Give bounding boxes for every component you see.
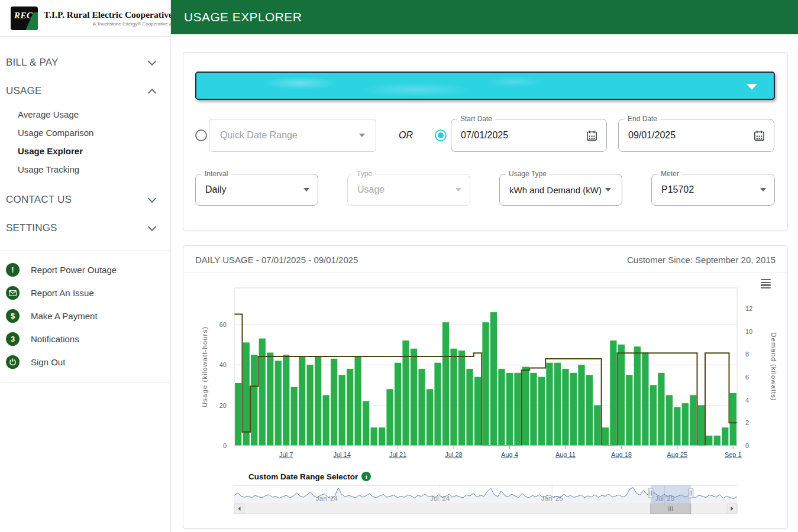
app-root: REC T.I.P. Rural Electric Cooperative A … xyxy=(0,0,798,532)
sidebar-item-usage[interactable]: USAGE xyxy=(0,77,170,105)
calendar-icon[interactable] xyxy=(753,129,765,142)
end-date-field[interactable]: End Date 09/01/2025 xyxy=(618,119,774,152)
report-an-issue-button[interactable]: Report An Issue xyxy=(0,281,170,304)
dollar-icon: $ xyxy=(6,309,20,323)
svg-text:20: 20 xyxy=(219,402,227,409)
navigator-scrollbar-thumb[interactable] xyxy=(651,504,691,514)
chart-menu-icon[interactable] xyxy=(761,279,771,290)
or-label: OR xyxy=(399,130,413,141)
dropdown-arrow-icon xyxy=(747,84,757,90)
sidebar-actions: ! Report Power Outage Report An Issue $ … xyxy=(0,251,170,382)
sidebar-item-usage-tracking[interactable]: Usage Tracking xyxy=(18,160,170,179)
chart-area: 0204060024681012Jul 7Jul 14Jul 21Jul 28A… xyxy=(183,273,787,515)
coop-name: T.I.P. Rural Electric Cooperative xyxy=(44,9,173,20)
svg-text:4: 4 xyxy=(745,397,749,404)
report-power-outage-button[interactable]: ! Report Power Outage xyxy=(0,258,170,281)
account-selector-dropdown[interactable] xyxy=(195,72,775,100)
sidebar: REC T.I.P. Rural Electric Cooperative A … xyxy=(0,0,171,532)
select-caret-icon xyxy=(303,188,309,192)
customer-since-label: Customer Since: September 20, 2015 xyxy=(627,255,776,265)
svg-text:0: 0 xyxy=(223,442,227,449)
main-area: USAGE EXPLORER Quick Date Range OR xyxy=(171,0,798,532)
navigator-selection xyxy=(651,485,691,503)
svg-text:Sep 1: Sep 1 xyxy=(725,451,742,458)
sidebar-item-bill-and-pay[interactable]: BILL & PAY xyxy=(0,48,170,77)
navigator-label-row: Custom Date Range Selector i xyxy=(248,472,787,481)
interval-select[interactable]: Interval Daily xyxy=(195,174,318,206)
usage-bars xyxy=(235,312,736,446)
sign-out-button[interactable]: Sign Out xyxy=(0,351,170,374)
svg-text:Aug 25: Aug 25 xyxy=(667,451,687,458)
svg-text:0: 0 xyxy=(745,442,749,449)
sidebar-item-average-usage[interactable]: Average Usage xyxy=(18,105,170,124)
page-header: USAGE EXPLORER xyxy=(171,0,798,34)
svg-text:Jul 14: Jul 14 xyxy=(333,451,350,458)
sidebar-item-usage-comparison[interactable]: Usage Comparison xyxy=(18,124,170,142)
sidebar-item-usage-explorer[interactable]: Usage Explorer xyxy=(18,142,170,160)
usage-demand-chart[interactable]: 0204060024681012Jul 7Jul 14Jul 21Jul 28A… xyxy=(183,285,786,463)
redacted-account-text xyxy=(196,73,774,99)
svg-text:Jul 7: Jul 7 xyxy=(279,451,293,458)
chevron-down-icon xyxy=(148,57,156,66)
navigator-handle[interactable] xyxy=(689,488,693,498)
quick-date-range-select[interactable]: Quick Date Range xyxy=(209,119,376,152)
sidebar-nav: BILL & PAY USAGE Average Usage Usage Com… xyxy=(0,37,170,242)
svg-text:40: 40 xyxy=(219,361,227,368)
start-date-field[interactable]: Start Date 07/01/2025 xyxy=(451,119,607,152)
rec-logo-text: REC xyxy=(14,11,33,21)
custom-date-range-radio[interactable] xyxy=(435,129,447,141)
sidebar-item-settings[interactable]: SETTINGS xyxy=(0,214,170,242)
exclamation-icon: ! xyxy=(6,263,20,277)
svg-text:10: 10 xyxy=(745,328,752,335)
daily-usage-card: DAILY USAGE - 07/01/2025 - 09/01/2025 Cu… xyxy=(183,245,788,529)
svg-text:2: 2 xyxy=(745,419,749,426)
chevron-up-icon xyxy=(148,89,156,97)
svg-text:Usage (kilowatt-hours): Usage (kilowatt-hours) xyxy=(201,326,208,407)
usage-submenu: Average Usage Usage Comparison Usage Exp… xyxy=(0,105,170,186)
meter-select[interactable]: Meter P15702 xyxy=(651,174,775,206)
rec-logo-badge: REC xyxy=(11,7,38,30)
svg-text:60: 60 xyxy=(219,321,227,328)
svg-text:12: 12 xyxy=(745,305,752,312)
sidebar-item-contact-us[interactable]: CONTACT US xyxy=(0,186,170,214)
select-caret-icon xyxy=(760,188,766,192)
coop-logo: REC T.I.P. Rural Electric Cooperative A … xyxy=(0,0,170,37)
navigator-label: Custom Date Range Selector xyxy=(248,472,358,481)
type-select-disabled: Type Usage xyxy=(347,174,470,206)
svg-text:Aug 4: Aug 4 xyxy=(501,451,518,458)
svg-text:Jul 28: Jul 28 xyxy=(445,451,462,458)
power-icon xyxy=(6,355,20,369)
chart-title: DAILY USAGE - 07/01/2025 - 09/01/2025 xyxy=(195,255,358,265)
svg-text:Demand (kilowatts): Demand (kilowatts) xyxy=(770,332,777,401)
navigator-handle[interactable] xyxy=(648,488,653,498)
notifications-button[interactable]: 3 Notifications xyxy=(0,327,170,351)
select-caret-icon xyxy=(605,188,611,192)
select-caret-icon xyxy=(455,188,461,192)
chart-header: DAILY USAGE - 07/01/2025 - 09/01/2025 Cu… xyxy=(183,246,787,273)
make-a-payment-button[interactable]: $ Make A Payment xyxy=(0,304,170,327)
info-icon[interactable]: i xyxy=(361,472,371,481)
coop-logo-text: T.I.P. Rural Electric Cooperative A Touc… xyxy=(44,9,173,27)
quick-date-range-radio[interactable] xyxy=(195,129,207,141)
filter-card: Quick Date Range OR Start Date 07/01/202… xyxy=(183,52,788,231)
coop-tagline: A Touchstone Energy® Cooperative ▵ xyxy=(44,21,173,27)
page-title: USAGE EXPLORER xyxy=(184,10,302,24)
notification-count-badge: 3 xyxy=(6,332,20,346)
svg-text:Aug 18: Aug 18 xyxy=(611,451,632,458)
usage-type-select[interactable]: Usage Type kWh and Demand (kW) xyxy=(499,174,622,206)
main-content: Quick Date Range OR Start Date 07/01/202… xyxy=(171,34,798,529)
chevron-down-icon xyxy=(148,223,156,231)
svg-text:6: 6 xyxy=(745,374,749,381)
filter-row-2: Interval Daily Type Usage Usage Type kWh… xyxy=(195,174,775,206)
envelope-icon xyxy=(6,286,20,300)
svg-text:Jul 21: Jul 21 xyxy=(389,451,406,458)
svg-text:Aug 11: Aug 11 xyxy=(555,451,576,458)
calendar-icon[interactable] xyxy=(586,129,598,142)
date-range-row: Quick Date Range OR Start Date 07/01/202… xyxy=(195,119,775,152)
svg-text:8: 8 xyxy=(745,351,749,358)
select-caret-icon xyxy=(359,134,365,137)
chevron-down-icon xyxy=(148,194,156,203)
date-range-navigator[interactable]: Jan '24Jul '24Jan '25Jul '25 xyxy=(183,485,786,515)
